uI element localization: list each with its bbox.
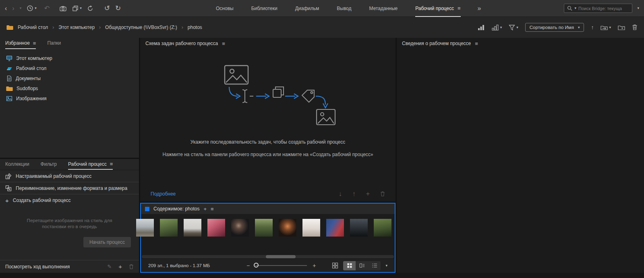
thumbnail[interactable] [301,217,322,238]
view-controls: ▾ [332,261,387,270]
chevron-down-icon[interactable]: ▾ [574,6,576,10]
breadcrumb-item[interactable]: photos [188,25,202,30]
delete-icon[interactable] [632,24,638,31]
horizontal-scrollbar[interactable] [142,255,394,258]
filter-dropdown[interactable]: ▾ [509,25,518,31]
thumbnail[interactable] [206,217,227,238]
tab-filmstrip[interactable]: Диафильм [295,0,319,17]
rotate-right-icon[interactable]: ↻ [115,5,121,12]
sort-dropdown[interactable]: Сортировать по Имя ▾ [525,23,584,32]
photo [374,219,391,237]
view-list-button[interactable] [368,261,381,270]
search-input[interactable] [578,6,629,11]
thumbnail[interactable] [182,217,203,238]
tab-libraries[interactable]: Библиотеки [251,0,277,17]
forward-icon[interactable]: › [12,5,14,12]
menu-icon[interactable]: ≡ [211,206,214,212]
history-dropdown[interactable]: ▾ [27,5,37,12]
copy-files-dropdown[interactable]: ▾ [72,5,82,12]
favorites-item-documents[interactable]: Документы [0,73,139,83]
zoom-slider-knob[interactable] [254,263,259,268]
scrollbar-thumb[interactable] [266,255,296,258]
menu-icon[interactable]: ≡ [458,5,461,11]
menu-icon[interactable]: ≡ [475,41,478,47]
favorites-item-label: Sudoflops [17,86,38,91]
refresh-icon[interactable] [87,5,93,12]
rotate-left-icon[interactable]: ↺ [104,5,110,12]
menu-icon[interactable]: ≡ [33,40,36,46]
tab-workflow[interactable]: Рабочий процесс ≡ [415,0,460,17]
tab-workflow-presets[interactable]: Рабочий процесс ≡ [68,159,113,170]
grid-view-icon[interactable] [332,262,338,269]
favorites-item-computer[interactable]: Этот компьютер [0,53,139,63]
breadcrumb-item[interactable]: Этот компьютер [58,25,95,30]
content-panel: Содержимое: photos + ≡ [140,203,396,273]
thumbnail[interactable] [325,217,346,238]
main-area: Избранное ≡ Папки Этот компьютер Рабочий… [0,38,644,273]
breadcrumb-item[interactable]: Общедоступные (\\VBoxSvr) (Z:) [105,25,177,30]
more-workspaces-icon[interactable]: » [478,5,481,12]
image-result-icon [317,109,335,125]
new-folder-icon[interactable] [618,25,625,31]
edit-icon[interactable]: ✎ [107,264,112,269]
learn-more-link[interactable]: Подробнее [151,191,176,197]
thumbnail[interactable] [277,217,298,238]
tab-folders[interactable]: Папки [47,38,61,49]
trash-icon[interactable] [129,264,134,270]
add-icon[interactable]: + [203,206,207,212]
move-up-icon[interactable]: ↑ [352,191,356,197]
history-icon [27,5,33,12]
photo [350,219,368,237]
tab-filter[interactable]: Фильтр [41,159,57,170]
move-down-icon[interactable]: ↓ [339,191,342,197]
create-workflow-button[interactable]: + Создать рабочий процесс [0,194,139,206]
favorites-item-sudoflops[interactable]: Sudoflops [0,83,139,93]
tab-essentials[interactable]: Основы [216,0,234,17]
panel-chevron-icon[interactable]: ▾ [637,6,639,10]
thumbnail[interactable] [230,217,251,238]
trash-icon[interactable] [380,191,385,197]
preview-quality-dropdown[interactable]: ▾ [492,25,502,31]
chevron-down-icon: ▾ [578,26,580,29]
zoom-slider[interactable] [255,265,307,266]
search-box[interactable]: ▾ [564,4,632,13]
workflow-preset-custom[interactable]: Настраиваемый рабочий процесс [0,170,139,182]
tag-icon [302,90,314,102]
computer-icon [6,55,12,61]
menu-icon[interactable]: ≡ [110,161,113,167]
add-icon[interactable]: + [118,264,122,270]
tab-collections[interactable]: Коллекции [5,159,29,170]
zoom-in-icon[interactable]: + [313,263,316,268]
view-details-button[interactable] [356,261,368,270]
photo [231,219,249,237]
open-in-camera-dropdown[interactable]: ▾ [601,25,611,31]
scheme-operations: ↓ ↑ + [339,191,385,197]
tab-favorites[interactable]: Избранное ≡ [5,38,36,49]
view-options-chevron-icon[interactable]: ▾ [385,264,387,268]
thumbnail[interactable] [253,217,274,238]
content-select-checkbox[interactable] [145,207,149,211]
drop-hint-text: Перетащите изображения на стиль для пост… [24,218,115,230]
back-icon[interactable]: ‹ [5,5,7,12]
thumbnail[interactable] [135,217,155,238]
thumbnail-quality-icon[interactable] [478,25,485,31]
view-progress-link[interactable]: Посмотреть ход выполнения [5,264,70,270]
view-thumbnails-button[interactable] [343,261,356,270]
tab-metadata[interactable]: Метаданные [369,0,398,17]
favorites-item-desktop[interactable]: Рабочий стол [0,63,139,73]
thumbnail[interactable] [372,217,393,238]
start-process-button[interactable]: Начать процесс [83,237,131,247]
menu-icon[interactable]: ≡ [222,41,225,47]
thumbnail[interactable] [348,217,369,238]
camera-import-icon[interactable] [60,5,67,12]
favorites-item-pictures[interactable]: Изображения [0,93,139,103]
zoom-out-icon[interactable]: − [246,263,250,268]
thumbnail[interactable] [158,217,179,238]
tab-output[interactable]: Вывод [337,0,351,17]
sort-direction-icon[interactable]: ↑ [591,25,594,30]
breadcrumb-item[interactable]: Рабочий стол [18,25,48,30]
undo-icon[interactable]: ↶ [44,5,50,12]
chevron-down-icon[interactable]: ▾ [20,6,22,10]
workflow-preset-rename-resize[interactable]: Переименование, изменение формата и разм… [0,182,139,194]
add-task-icon[interactable]: + [366,191,370,197]
